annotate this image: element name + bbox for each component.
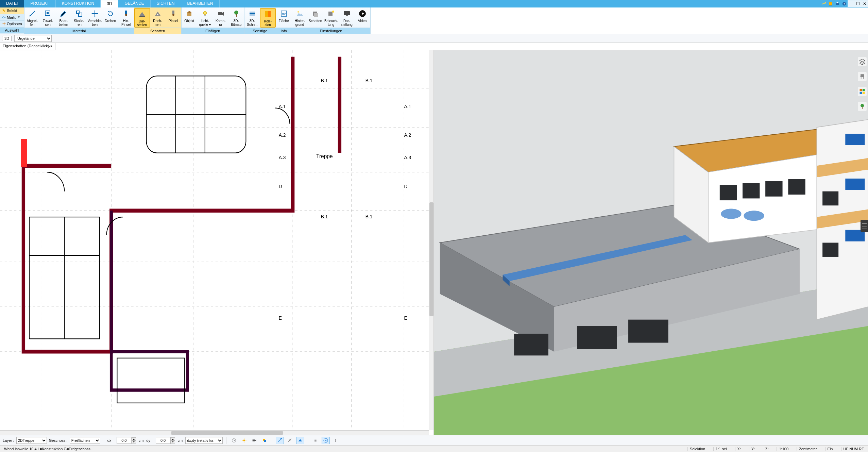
sub-toolbar: 3D Urgelände <box>0 34 868 43</box>
beleuchtung-icon <box>326 9 336 18</box>
svg-rect-49 <box>21 139 27 167</box>
tree-icon[interactable] <box>858 102 867 111</box>
svg-rect-95 <box>863 92 865 94</box>
options-tool[interactable]: Optionen <box>0 21 24 28</box>
status-x: X: <box>735 447 743 451</box>
snap-endpoint-icon[interactable] <box>276 437 284 444</box>
ribbon-btn-kamera[interactable]: Kame- ra <box>213 8 228 28</box>
tool-icon[interactable] <box>820 0 827 7</box>
ribbon-btn-objekt[interactable]: Objekt <box>182 8 197 28</box>
ribbon-btn-flaeche[interactable]: m²Fläche <box>276 8 292 28</box>
plan-2d-view[interactable]: Treppe A.1A.1 A.2A.2 A.3A.3 B.1B.1 B.1B.… <box>0 50 434 435</box>
dy-down[interactable]: ▼ <box>171 440 175 443</box>
svg-point-117 <box>317 441 317 442</box>
ribbon-btn-bearbeiten[interactable]: Bear- beiten <box>56 8 71 28</box>
ribbon-btn-verschieben[interactable]: Verschie- ben <box>87 8 103 28</box>
dx-input[interactable] <box>117 437 132 444</box>
save-icon[interactable] <box>827 0 834 7</box>
svg-text:B.1: B.1 <box>365 78 373 84</box>
properties-hint[interactable]: Eigenschaften (Doppelklick)-> <box>0 43 55 50</box>
menu-tab-projekt[interactable]: PROJEKT <box>24 0 55 7</box>
ribbon-btn-abgreifen[interactable]: Abgrei- fen <box>24 8 40 28</box>
snap-face-icon[interactable] <box>296 437 304 444</box>
terrain-combo[interactable]: Urgelände <box>14 35 52 42</box>
ribbon-btn-label: Dar- stellung <box>341 19 352 27</box>
ribbon-btn-rechnen[interactable]: Rech- nen <box>150 8 166 28</box>
svg-point-115 <box>314 441 314 442</box>
bottom-option-bar: Layer : 2DTreppe Geschoss : Freiflächen … <box>0 435 868 445</box>
svg-rect-26 <box>346 15 348 16</box>
status-scale: 1:100 <box>777 447 790 451</box>
menu-tab-datei[interactable]: DATEI <box>0 0 24 7</box>
ribbon-btn-pinsel[interactable]: Pinsel <box>166 8 181 28</box>
menu-tab-3d[interactable]: 3D <box>101 0 118 7</box>
ribbon-btn-hintergrund[interactable]: Hinter- grund <box>292 8 308 28</box>
grid-dots-icon[interactable] <box>311 437 320 444</box>
svg-rect-79 <box>742 183 759 198</box>
svg-rect-48 <box>117 358 184 403</box>
snap-midpoint-icon[interactable] <box>286 437 294 444</box>
chair-icon[interactable] <box>858 72 867 81</box>
palette-icon[interactable] <box>858 87 867 96</box>
ribbon-btn-label: Licht- quelle ▾ <box>199 19 210 27</box>
hintergrund-icon <box>295 9 305 18</box>
ribbon-btn-hinpinsel[interactable]: Hin. Pinsel <box>118 8 134 28</box>
menu-tab-gelände[interactable]: GELÄNDE <box>118 0 150 7</box>
ribbon-btn-drehen[interactable]: Drehen <box>103 8 118 28</box>
coord-mode-select[interactable]: dx,dy (relativ ka <box>185 437 223 444</box>
north-icon[interactable]: N <box>322 437 330 444</box>
status-caps: UF NUM RF <box>841 447 866 451</box>
ribbon-btn-darstellung[interactable]: Dar- stellung <box>339 8 355 28</box>
ribbon-btn-darstellen[interactable]: Dar- stellen <box>134 8 150 28</box>
svg-rect-18 <box>236 14 237 17</box>
ribbon-group-sonstige: 3D- SchnittKolli- sionSonstige <box>244 7 276 34</box>
menu-tab-bearbeiten[interactable]: BEARBEITEN <box>181 0 220 7</box>
svg-rect-85 <box>845 134 865 145</box>
ribbon-btn-lichtquelle[interactable]: Licht- quelle ▾ <box>197 8 213 28</box>
ribbon-btn-kollision[interactable]: Kolli- sion <box>260 8 276 28</box>
minimize-icon[interactable]: ‒ <box>848 0 854 7</box>
close-icon[interactable]: ✕ <box>861 0 868 7</box>
svg-point-17 <box>234 11 238 15</box>
svg-point-111 <box>317 439 317 439</box>
ribbon-btn-zuweisen[interactable]: Zuwei- sen <box>40 8 56 28</box>
layer-select[interactable]: 2DTreppe <box>16 437 47 444</box>
vertical-scrollbar[interactable] <box>429 50 433 430</box>
ribbon-btn-skalieren[interactable]: Skalie- ren <box>71 8 87 28</box>
svg-rect-92 <box>860 89 862 91</box>
model-3d-view[interactable] <box>434 50 868 435</box>
panel-expand-handle[interactable] <box>861 220 868 232</box>
sun-icon[interactable] <box>240 437 248 444</box>
ribbon-btn-video[interactable]: Video <box>355 8 370 28</box>
geschoss-select[interactable]: Freiflächen <box>70 437 100 444</box>
ribbon-btn-schattene[interactable]: Schatten <box>308 8 323 28</box>
dx-up[interactable]: ▲ <box>132 437 136 440</box>
menu-tab-konstruktion[interactable]: KONSTRUKTION <box>56 0 101 7</box>
menu-tab-sichten[interactable]: SICHTEN <box>151 0 181 7</box>
ribbon-btn-label: Fläche <box>279 19 289 23</box>
ribbon-btn-3dschnitt[interactable]: 3D- Schnitt <box>244 8 260 28</box>
ribbon-btn-3dbitmap[interactable]: 3D- Bitmap <box>228 8 244 28</box>
titlebar-icons: ? ‒ ☐ ✕ <box>820 0 868 7</box>
clock-icon[interactable] <box>230 437 238 444</box>
ribbon-sideselect: Selekt Mark.▼ Optionen Auswahl <box>0 7 24 34</box>
select-tool[interactable]: Selekt <box>0 7 24 14</box>
horizontal-scrollbar[interactable] <box>0 430 429 435</box>
copy-layer-icon[interactable] <box>260 437 269 444</box>
maximize-icon[interactable]: ☐ <box>854 0 861 7</box>
layers-icon[interactable] <box>858 57 867 66</box>
help-icon[interactable]: ? <box>841 0 848 7</box>
camera-icon[interactable] <box>250 437 258 444</box>
info-small-icon[interactable] <box>332 437 340 444</box>
view-tag-3d[interactable]: 3D <box>2 36 12 41</box>
skalieren-icon <box>74 9 84 18</box>
svg-point-107 <box>280 438 282 439</box>
dy-input[interactable] <box>156 437 171 444</box>
svg-point-14 <box>203 11 207 15</box>
dy-up[interactable]: ▲ <box>171 437 175 440</box>
mark-tool[interactable]: Mark.▼ <box>0 14 24 21</box>
ribbon-btn-beleuchtung[interactable]: Beleuch- tung <box>323 8 339 28</box>
print-icon[interactable] <box>834 0 841 7</box>
ribbon-btn-label: Verschie- ben <box>88 19 102 27</box>
dx-down[interactable]: ▼ <box>132 440 136 443</box>
